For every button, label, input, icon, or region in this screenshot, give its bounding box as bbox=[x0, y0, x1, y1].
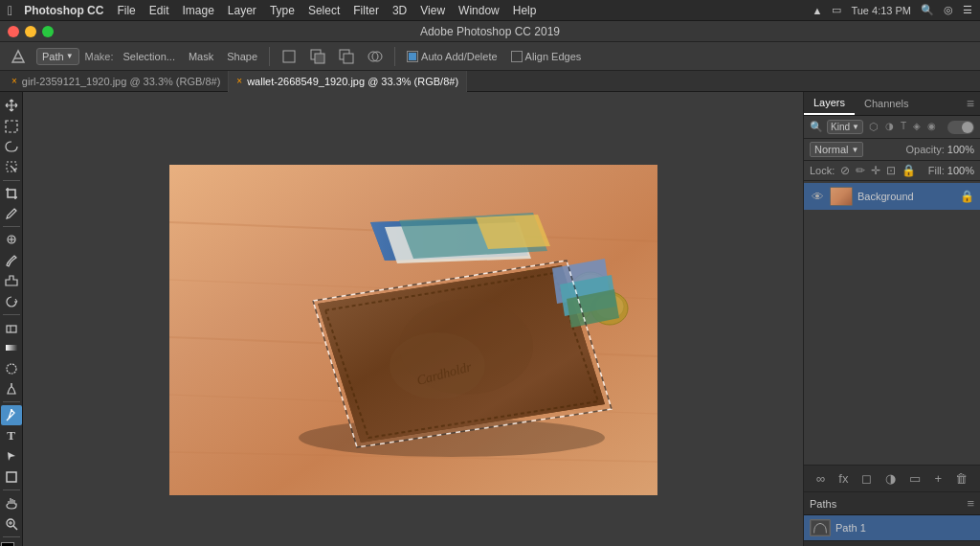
path-op-add[interactable] bbox=[306, 47, 329, 66]
paths-title: Paths bbox=[810, 498, 967, 510]
menu-file[interactable]: File bbox=[117, 4, 135, 17]
dodge-tool[interactable] bbox=[1, 379, 22, 398]
gradient-tool[interactable] bbox=[1, 338, 22, 357]
svg-rect-19 bbox=[7, 472, 16, 482]
tool-separator-2 bbox=[3, 226, 20, 227]
paths-menu-icon[interactable]: ≡ bbox=[967, 496, 974, 511]
path-thumbnail bbox=[810, 519, 831, 536]
history-brush-tool[interactable] bbox=[1, 292, 22, 311]
menu-user-icon[interactable]: ◎ bbox=[944, 4, 953, 16]
lock-transparent-pixels[interactable]: ⊘ bbox=[840, 164, 850, 177]
lock-icons-group: ⊘ ✏ ✛ ⊡ 🔒 bbox=[840, 164, 916, 177]
filter-text-icon[interactable]: T bbox=[899, 120, 908, 134]
layer-link-icon[interactable]: ∞ bbox=[813, 469, 828, 488]
brush-tool[interactable] bbox=[1, 251, 22, 270]
dropdown-arrow: ▼ bbox=[66, 52, 74, 60]
filter-toggle[interactable] bbox=[947, 121, 974, 134]
path-type-dropdown[interactable]: Path ▼ bbox=[36, 48, 79, 65]
menu-view[interactable]: View bbox=[420, 4, 445, 17]
tab-layers[interactable]: Layers bbox=[804, 92, 855, 115]
filter-type-icon[interactable]: ⬡ bbox=[867, 120, 880, 134]
layer-visibility-toggle[interactable]: 👁 bbox=[810, 189, 825, 204]
auto-add-delete-checkbox[interactable]: Auto Add/Delete bbox=[403, 49, 501, 64]
menu-more-icon[interactable]: ☰ bbox=[963, 4, 972, 16]
canvas-image: Cardholdr bbox=[169, 165, 657, 495]
canvas-area[interactable]: Cardholdr bbox=[23, 92, 803, 546]
pen-tool[interactable] bbox=[1, 405, 22, 424]
apple-logo[interactable]:  bbox=[8, 3, 12, 18]
layer-row-background[interactable]: 👁 Background 🔒 bbox=[804, 183, 980, 210]
menu-search-icon[interactable]: 🔍 bbox=[921, 4, 934, 16]
filter-adjustment-icon[interactable]: ◑ bbox=[883, 120, 896, 134]
shape-button[interactable]: Shape bbox=[223, 49, 261, 64]
layer-mask-icon[interactable]: ◻ bbox=[858, 469, 875, 488]
menu-type[interactable]: Type bbox=[270, 4, 295, 17]
svg-rect-5 bbox=[344, 54, 353, 63]
lock-all[interactable]: 🔒 bbox=[902, 164, 916, 177]
selection-button[interactable]: Selection... bbox=[120, 49, 179, 64]
eraser-tool[interactable] bbox=[1, 318, 22, 337]
menu-select[interactable]: Select bbox=[308, 4, 340, 17]
tab-wallet-image[interactable]: × wallet-2668549_1920.jpg @ 33.3% (RGB/8… bbox=[229, 71, 467, 92]
crop-tool[interactable] bbox=[1, 184, 22, 203]
object-select-tool[interactable] bbox=[1, 157, 22, 176]
svg-rect-13 bbox=[7, 326, 16, 332]
menu-edit[interactable]: Edit bbox=[149, 4, 169, 17]
align-edges-checkbox[interactable]: Align Edges bbox=[507, 49, 586, 64]
paths-section: Paths ≡ Path 1 ◎ ⬡ ⊡ ◻ + bbox=[804, 491, 980, 546]
menu-layer[interactable]: Layer bbox=[228, 4, 256, 17]
menu-wifi-icon[interactable]: ▲ bbox=[813, 5, 823, 16]
svg-marker-44 bbox=[476, 215, 550, 249]
path-op-new[interactable] bbox=[278, 47, 301, 66]
lock-image-pixels[interactable]: ✏ bbox=[856, 164, 865, 177]
menu-window[interactable]: Window bbox=[458, 4, 500, 17]
move-tool[interactable] bbox=[1, 96, 22, 115]
layer-delete-icon[interactable]: 🗑 bbox=[952, 469, 970, 488]
path-selection-tool[interactable] bbox=[1, 446, 22, 466]
opacity-control[interactable]: Opacity: 100% bbox=[906, 144, 975, 155]
lock-artboard[interactable]: ⊡ bbox=[886, 164, 896, 177]
blend-mode-dropdown[interactable]: Normal ▼ bbox=[810, 142, 863, 157]
layer-adjustment-icon[interactable]: ◑ bbox=[882, 469, 899, 488]
zoom-tool[interactable] bbox=[1, 513, 22, 533]
lasso-tool[interactable] bbox=[1, 137, 22, 156]
close-button[interactable] bbox=[8, 26, 19, 37]
foreground-background-colors[interactable] bbox=[1, 542, 22, 546]
tab-wallet-label: wallet-2668549_1920.jpg @ 33.3% (RGB/8#) bbox=[247, 76, 458, 87]
rectangular-marquee-tool[interactable] bbox=[1, 116, 22, 135]
path-row-1[interactable]: Path 1 bbox=[804, 515, 980, 540]
tab-channels[interactable]: Channels bbox=[855, 93, 918, 114]
healing-brush-tool[interactable] bbox=[1, 230, 22, 249]
filter-kind-dropdown[interactable]: Kind ▼ bbox=[827, 120, 863, 134]
layer-new-icon[interactable]: + bbox=[931, 469, 945, 488]
fill-control[interactable]: Fill: 100% bbox=[928, 165, 974, 176]
layers-list: 👁 Background 🔒 bbox=[804, 181, 980, 465]
filter-dropdown-arrow: ▼ bbox=[852, 123, 859, 131]
blur-tool[interactable] bbox=[1, 359, 22, 378]
panel-options-icon[interactable]: ≡ bbox=[961, 96, 980, 111]
shape-tool[interactable] bbox=[1, 467, 22, 487]
mask-button[interactable]: Mask bbox=[185, 49, 217, 64]
lock-position[interactable]: ✛ bbox=[871, 164, 880, 177]
tab-girl-image[interactable]: × girl-2359121_1920.jpg @ 33.3% (RGB/8#) bbox=[4, 71, 229, 92]
filter-color-icon[interactable]: ◉ bbox=[925, 120, 938, 134]
menu-3d[interactable]: 3D bbox=[392, 4, 407, 17]
maximize-button[interactable] bbox=[42, 26, 54, 37]
path-op-subtract[interactable] bbox=[335, 47, 358, 66]
eyedropper-tool[interactable] bbox=[1, 204, 22, 223]
menu-filter[interactable]: Filter bbox=[353, 4, 379, 17]
minimize-button[interactable] bbox=[25, 26, 36, 37]
path-op-intersect[interactable] bbox=[364, 47, 387, 66]
menu-app-name[interactable]: Photoshop CC bbox=[24, 4, 103, 17]
menu-battery-icon[interactable]: ▭ bbox=[832, 4, 841, 16]
hand-tool[interactable] bbox=[1, 493, 22, 512]
menu-help[interactable]: Help bbox=[513, 4, 537, 17]
filter-smart-icon[interactable]: ◈ bbox=[911, 120, 923, 134]
clone-stamp-tool[interactable] bbox=[1, 271, 22, 290]
menu-image[interactable]: Image bbox=[182, 4, 213, 17]
menu-bar:  Photoshop CC File Edit Image Layer Typ… bbox=[0, 0, 980, 21]
type-tool[interactable]: T bbox=[1, 426, 22, 445]
layer-fx-icon[interactable]: fx bbox=[835, 469, 851, 488]
toolbar-separator-1 bbox=[269, 47, 270, 66]
layer-group-icon[interactable]: ▭ bbox=[906, 469, 924, 488]
